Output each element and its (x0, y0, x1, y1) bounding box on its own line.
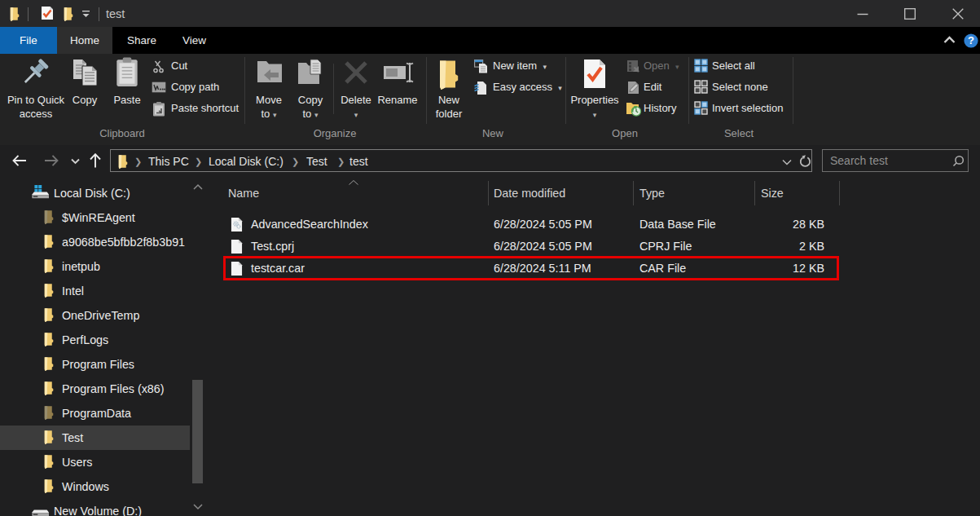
svg-text:?: ? (968, 34, 974, 46)
